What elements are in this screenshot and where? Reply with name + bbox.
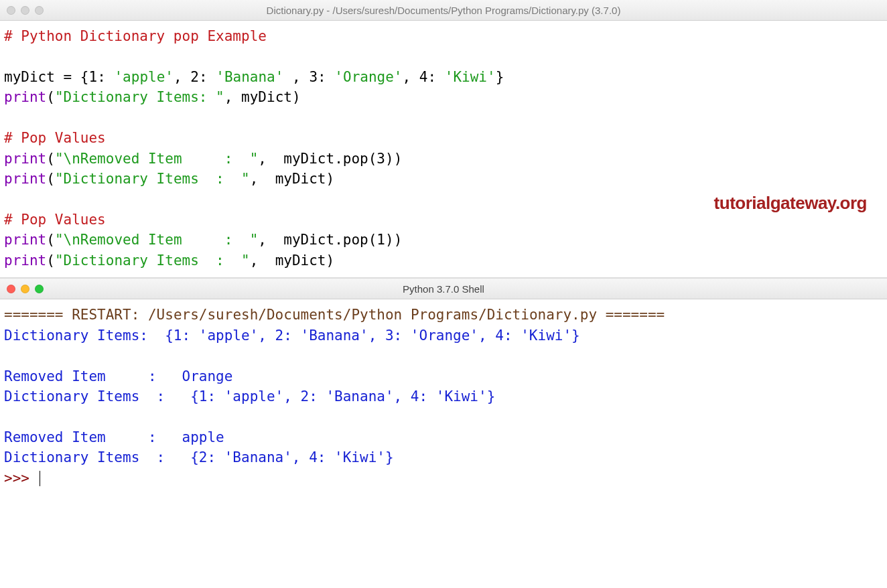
zoom-icon[interactable] bbox=[35, 285, 44, 293]
minimize-icon[interactable] bbox=[21, 6, 29, 15]
close-icon[interactable] bbox=[7, 285, 15, 293]
code-text: { bbox=[80, 69, 89, 85]
code-text: .pop bbox=[334, 232, 368, 248]
code-text: = bbox=[64, 69, 72, 85]
code-comment: # Python Dictionary pop Example bbox=[4, 28, 267, 44]
shell-line: ======= bbox=[606, 307, 665, 323]
code-text: ) bbox=[394, 232, 403, 248]
code-text: 1 bbox=[377, 232, 385, 248]
code-string: "\nRemoved Item : " bbox=[55, 232, 258, 248]
shell-traffic-lights bbox=[7, 285, 44, 293]
code-text: ( bbox=[46, 232, 55, 248]
code-text: , bbox=[258, 151, 267, 167]
code-builtin: print bbox=[4, 171, 46, 187]
code-text: 3 bbox=[377, 151, 385, 167]
shell-window: Python 3.7.0 Shell ======= RESTART: /Use… bbox=[0, 277, 887, 495]
editor-titlebar[interactable]: Dictionary.py - /Users/suresh/Documents/… bbox=[0, 0, 887, 21]
shell-line: RESTART: /Users/suresh/Documents/Python … bbox=[64, 307, 606, 323]
shell-line: ======= bbox=[4, 307, 64, 323]
code-text: myDict bbox=[4, 69, 64, 85]
code-text: myDict bbox=[275, 252, 326, 269]
zoom-icon[interactable] bbox=[35, 6, 44, 15]
code-text: 1 bbox=[88, 69, 97, 85]
shell-line: Dictionary Items: {1: 'apple', 2: 'Banan… bbox=[4, 327, 580, 344]
code-comment: # Pop Values bbox=[4, 130, 106, 146]
code-string: "Dictionary Items: " bbox=[55, 89, 224, 105]
code-text: ( bbox=[46, 89, 55, 105]
close-icon[interactable] bbox=[7, 6, 15, 15]
code-text: : bbox=[427, 69, 436, 85]
code-text bbox=[72, 69, 80, 85]
code-builtin: print bbox=[4, 89, 46, 105]
editor-window: Dictionary.py - /Users/suresh/Documents/… bbox=[0, 0, 887, 277]
code-text: ( bbox=[368, 151, 377, 167]
code-text: ( bbox=[46, 171, 55, 187]
code-text: , bbox=[250, 171, 259, 187]
code-text: ) bbox=[394, 151, 403, 167]
cursor-icon bbox=[40, 471, 40, 486]
shell-line: Dictionary Items : {1: 'apple', 2: 'Bana… bbox=[4, 388, 495, 405]
code-text: ) bbox=[385, 232, 394, 248]
code-text: ) bbox=[326, 252, 334, 269]
code-editor[interactable]: # Python Dictionary pop Example myDict =… bbox=[0, 21, 887, 277]
code-text: : bbox=[318, 69, 326, 85]
minimize-icon[interactable] bbox=[21, 285, 29, 293]
code-text: .pop bbox=[334, 151, 368, 167]
shell-output[interactable]: ======= RESTART: /Users/suresh/Documents… bbox=[0, 299, 887, 495]
shell-line: Dictionary Items : {2: 'Banana', 4: 'Kiw… bbox=[4, 449, 394, 465]
code-text: } bbox=[496, 69, 504, 85]
code-text: ) bbox=[326, 171, 334, 187]
code-text: 2 bbox=[190, 69, 199, 85]
code-text: ) bbox=[385, 151, 394, 167]
code-text: , bbox=[224, 89, 233, 105]
shell-prompt: >>> bbox=[4, 470, 38, 486]
code-text: , bbox=[250, 252, 259, 269]
code-builtin: print bbox=[4, 151, 46, 167]
editor-traffic-lights bbox=[7, 6, 44, 15]
code-comment: # Pop Values bbox=[4, 212, 106, 228]
shell-title: Python 3.7.0 Shell bbox=[0, 283, 887, 295]
code-string: 'Kiwi' bbox=[445, 69, 496, 85]
code-text: myDict bbox=[275, 171, 326, 187]
code-text: ) bbox=[292, 89, 301, 105]
shell-line: Removed Item : apple bbox=[4, 429, 224, 445]
code-string: "Dictionary Items : " bbox=[55, 252, 250, 269]
code-string: 'Banana' bbox=[216, 69, 283, 85]
code-text: myDict bbox=[241, 89, 292, 105]
code-string: 'Orange' bbox=[334, 69, 402, 85]
code-text: : bbox=[199, 69, 208, 85]
code-string: "\nRemoved Item : " bbox=[55, 151, 258, 167]
code-text: ( bbox=[368, 232, 377, 248]
editor-title: Dictionary.py - /Users/suresh/Documents/… bbox=[0, 5, 887, 16]
code-string: "Dictionary Items : " bbox=[55, 171, 250, 187]
code-text: ( bbox=[46, 252, 55, 269]
shell-line: Removed Item : Orange bbox=[4, 368, 232, 384]
code-text: , bbox=[258, 232, 267, 248]
code-builtin: print bbox=[4, 232, 46, 248]
code-text: myDict bbox=[283, 151, 334, 167]
code-string: 'apple' bbox=[114, 69, 174, 85]
shell-titlebar[interactable]: Python 3.7.0 Shell bbox=[0, 279, 887, 299]
code-text: 4 bbox=[419, 69, 428, 85]
code-text: myDict bbox=[283, 232, 334, 248]
code-text: , bbox=[174, 69, 182, 85]
code-builtin: print bbox=[4, 252, 46, 269]
code-text: 3 bbox=[309, 69, 318, 85]
code-text: , bbox=[403, 69, 411, 85]
code-text: ( bbox=[46, 151, 55, 167]
code-text: : bbox=[97, 69, 106, 85]
code-text: , bbox=[292, 69, 301, 85]
